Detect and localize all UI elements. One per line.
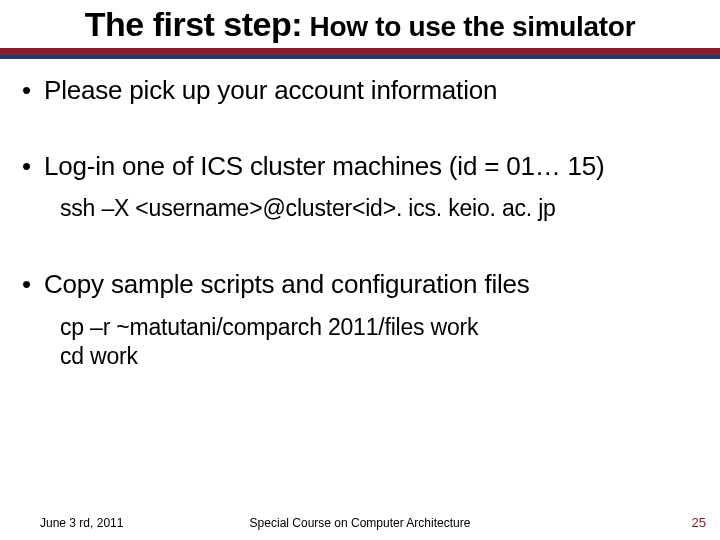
title-divider bbox=[0, 48, 720, 59]
slide-body: • Please pick up your account informatio… bbox=[0, 59, 720, 370]
slide-title: The first step: How to use the simulator bbox=[0, 0, 720, 44]
bullet-text: Log-in one of ICS cluster machines (id =… bbox=[44, 151, 605, 183]
sub-text: cd work bbox=[60, 342, 700, 371]
bullet-icon: • bbox=[20, 151, 44, 183]
slide: The first step: How to use the simulator… bbox=[0, 0, 720, 540]
title-strong: The first step: bbox=[85, 5, 302, 43]
sub-text: cp –r ~matutani/comparch 2011/files work bbox=[60, 313, 700, 342]
bullet-text: Copy sample scripts and configuration fi… bbox=[44, 269, 530, 301]
title-rest: How to use the simulator bbox=[302, 11, 635, 42]
sub-text: ssh –X <username>@cluster<id>. ics. keio… bbox=[60, 194, 700, 223]
divider-maroon bbox=[0, 48, 720, 55]
bullet-text: Please pick up your account information bbox=[44, 75, 497, 107]
bullet-item: • Copy sample scripts and configuration … bbox=[20, 269, 700, 301]
bullet-item: • Log-in one of ICS cluster machines (id… bbox=[20, 151, 700, 183]
footer-center: Special Course on Computer Architecture bbox=[0, 516, 720, 530]
bullet-icon: • bbox=[20, 269, 44, 301]
bullet-icon: • bbox=[20, 75, 44, 107]
bullet-item: • Please pick up your account informatio… bbox=[20, 75, 700, 107]
footer-page-number: 25 bbox=[692, 515, 706, 530]
